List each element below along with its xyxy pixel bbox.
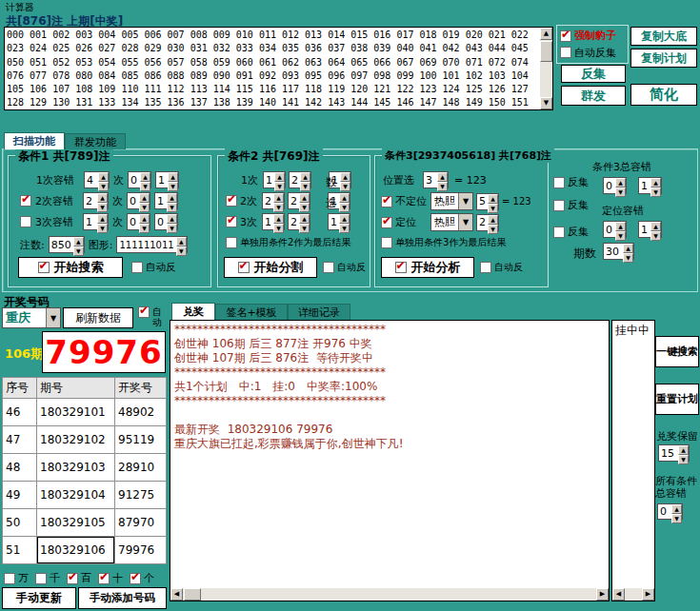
anti-button[interactable]: 反集	[561, 65, 626, 83]
auto-invert-checkbox[interactable]: 自动反	[131, 261, 176, 274]
count-checkbox[interactable]	[226, 216, 237, 227]
reset-plan-button[interactable]: 重置计划	[655, 384, 699, 415]
dropdown-arrow-icon[interactable]: ▼	[458, 214, 472, 230]
anti-checkbox[interactable]: 反集	[553, 175, 589, 189]
tolerance-spinner[interactable]: 2	[83, 192, 109, 209]
scroll-left-icon[interactable]: ◀	[612, 588, 625, 601]
scroll-up-icon[interactable]: ▲	[540, 28, 552, 40]
spinner-arrows-icon[interactable]	[97, 214, 108, 229]
count-spinner[interactable]: 1	[262, 213, 285, 230]
spinner-arrows-icon[interactable]	[139, 214, 150, 229]
count-spinner[interactable]: 1	[263, 171, 286, 188]
digit-checkbox-shi[interactable]: 十	[98, 571, 123, 585]
tolerance-spinner[interactable]: 1	[155, 171, 179, 188]
checkbox-icon[interactable]	[480, 262, 491, 273]
log-hscrollbar[interactable]: ◀ ▶	[170, 588, 609, 601]
spinner-arrows-icon[interactable]	[167, 193, 177, 208]
tolerance-spinner[interactable]: 0	[127, 213, 150, 230]
spinner-arrows-icon[interactable]	[671, 504, 682, 519]
dropdown-arrow-icon[interactable]: ▼	[458, 193, 472, 209]
table-row-selected[interactable]: 5118032910679976	[3, 537, 167, 564]
scroll-track[interactable]	[625, 588, 642, 601]
tab-signature-template[interactable]: 签名+模板	[215, 304, 288, 320]
checkbox-icon[interactable]	[138, 306, 150, 318]
spinner-arrows-icon[interactable]	[300, 172, 310, 187]
spinner-arrows-icon[interactable]	[678, 445, 689, 461]
table-row[interactable]: 5018032910587970	[3, 509, 167, 537]
hot-count-spinner[interactable]: 2	[476, 214, 499, 231]
hot-dan-combo[interactable]: 热胆▼	[430, 213, 473, 231]
spinner-arrows-icon[interactable]	[650, 222, 661, 237]
checkbox-icon[interactable]	[323, 262, 334, 273]
cond3-total-tolerance-spinner[interactable]: 0	[603, 177, 627, 194]
digit-checkbox-wan[interactable]: 万	[4, 571, 29, 585]
tab-detail-records[interactable]: 详细记录	[288, 304, 350, 320]
scroll-right-icon[interactable]: ▶	[642, 588, 654, 601]
spinner-arrows-icon[interactable]	[273, 214, 284, 229]
nofix-checkbox[interactable]	[381, 196, 392, 207]
anti-checkbox[interactable]: 反集	[553, 225, 589, 239]
tolerance-spinner[interactable]: 0	[154, 213, 178, 230]
spinner-arrows-icon[interactable]	[488, 215, 498, 230]
checkbox-icon[interactable]	[553, 177, 565, 188]
table-row[interactable]: 4918032910491275	[3, 482, 167, 509]
auto-anti-checkbox[interactable]: 自动反集	[560, 46, 625, 60]
copy-plan-button[interactable]: 复制计划	[630, 49, 697, 68]
spinner-arrows-icon[interactable]	[97, 193, 108, 208]
status-hscrollbar[interactable]: ◀ ▶	[612, 588, 654, 601]
spinner-arrows-icon[interactable]	[274, 172, 285, 187]
number-grid-body[interactable]: 000 001 002 003 004 005 006 007 008 009 …	[7, 29, 539, 108]
spinner-arrows-icon[interactable]	[139, 193, 150, 208]
spinner-arrows-icon[interactable]	[273, 193, 284, 208]
count-checkbox[interactable]	[226, 195, 237, 207]
start-search-button[interactable]: 开始搜索	[18, 257, 123, 278]
tolerance-spinner[interactable]: 4	[84, 171, 110, 188]
manual-update-button[interactable]: 手动更新	[2, 587, 76, 609]
digit-checkbox-ge[interactable]: 个	[130, 571, 154, 585]
checkbox-icon[interactable]	[4, 573, 15, 584]
tolerance-checkbox[interactable]	[20, 195, 31, 207]
auto-invert-checkbox[interactable]: 自动反	[323, 261, 366, 274]
solo-checkbox[interactable]	[381, 237, 392, 248]
start-split-button[interactable]: 开始分割	[224, 257, 317, 278]
scroll-down-icon[interactable]: ▼	[540, 97, 552, 109]
draw-table[interactable]: 序号 期号 开奖号 4618032910148902 4718032910295…	[2, 377, 167, 564]
status-column[interactable]: 挂中中 ◀ ▶	[611, 320, 655, 601]
log-area[interactable]: ************************************* 创世…	[170, 320, 610, 601]
spinner-arrows-icon[interactable]	[98, 172, 109, 187]
spinner-arrows-icon[interactable]	[615, 222, 626, 237]
manual-add-button[interactable]: 手动添加号码	[78, 587, 167, 609]
periods-spinner[interactable]: 30	[603, 243, 634, 260]
spinner-arrows-icon[interactable]	[299, 193, 310, 208]
digit-checkbox-bai[interactable]: 百	[67, 571, 91, 585]
checkbox-icon[interactable]	[35, 573, 47, 584]
total-tolerance-spinner[interactable]: 0	[657, 503, 683, 520]
tolerance-checkbox[interactable]	[20, 216, 31, 227]
hot-dan-combo[interactable]: 热胆▼	[430, 192, 473, 210]
spinner-arrows-icon[interactable]	[339, 214, 350, 229]
table-row[interactable]: 4718032910295119	[3, 426, 167, 454]
tab-redeem[interactable]: 兑奖	[171, 303, 215, 320]
digit-checkbox-qian[interactable]: 千	[35, 571, 60, 585]
spinner-arrows-icon[interactable]	[73, 237, 84, 252]
anti-checkbox[interactable]: 反集	[553, 198, 589, 212]
scroll-track[interactable]	[183, 588, 596, 601]
grid-scrollbar[interactable]: ▲ ▼	[540, 28, 552, 109]
spinner-arrows-icon[interactable]	[623, 244, 633, 259]
hot-count-spinner[interactable]: 5	[476, 193, 499, 210]
number-grid[interactable]: 000 001 002 003 004 005 006 007 008 009 …	[4, 27, 553, 110]
checkbox-icon[interactable]	[67, 573, 78, 584]
scroll-thumb[interactable]	[540, 41, 552, 62]
count-spinner[interactable]: 2	[289, 171, 311, 188]
spinner-arrows-icon[interactable]	[615, 178, 626, 193]
scroll-track[interactable]	[540, 40, 552, 97]
checkbox-icon[interactable]	[553, 227, 565, 238]
count-spinner[interactable]: 1	[328, 213, 350, 230]
checkbox-icon[interactable]	[553, 200, 565, 211]
spinner-arrows-icon[interactable]	[339, 193, 350, 208]
spinner-arrows-icon[interactable]	[437, 172, 448, 187]
keep-spinner[interactable]: 15	[658, 444, 690, 462]
count-spinner[interactable]: 2	[288, 213, 310, 230]
spinner-arrows-icon[interactable]	[488, 194, 498, 209]
spinner-arrows-icon[interactable]	[299, 214, 310, 229]
